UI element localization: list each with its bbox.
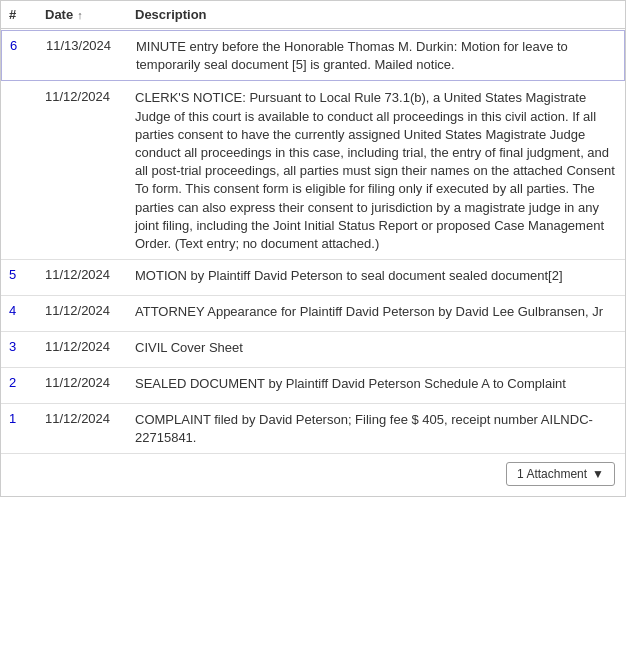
row-date: 11/12/2024 [45,88,135,104]
row-num: 6 [10,37,46,53]
table-row: 4 11/12/2024 ATTORNEY Appearance for Pla… [1,296,625,332]
col-date-label: Date [45,7,73,22]
attachment-button[interactable]: 1 Attachment ▼ [506,462,615,486]
col-header-date[interactable]: Date ↑ [45,7,135,22]
row-num: 2 [9,374,45,390]
attachment-label: 1 Attachment [517,467,587,481]
row-date: 11/12/2024 [45,374,135,390]
row-desc: COMPLAINT filed by David Peterson; Filin… [135,410,617,447]
row-date: 11/12/2024 [45,338,135,354]
col-header-num: # [9,7,45,22]
col-header-desc: Description [135,7,617,22]
row-num: 4 [9,302,45,318]
table-row: 2 11/12/2024 SEALED DOCUMENT by Plaintif… [1,368,625,404]
row-num: 1 [9,410,45,426]
docket-table: # Date ↑ Description 6 11/13/2024 MINUTE… [0,0,626,497]
row-date: 11/13/2024 [46,37,136,53]
attachment-dropdown-icon: ▼ [592,467,604,481]
row-desc: MINUTE entry before the Honorable Thomas… [136,37,616,74]
row-desc: CIVIL Cover Sheet [135,338,617,357]
table-row: 1 11/12/2024 COMPLAINT filed by David Pe… [1,404,625,454]
row-date: 11/12/2024 [45,266,135,282]
row-desc: ATTORNEY Appearance for Plaintiff David … [135,302,617,321]
col-desc-label: Description [135,7,207,22]
row-date: 11/12/2024 [45,410,135,426]
table-row: 5 11/12/2024 MOTION by Plaintiff David P… [1,260,625,296]
table-row: 11/12/2024 CLERK'S NOTICE: Pursuant to L… [1,82,625,260]
table-header: # Date ↑ Description [1,1,625,29]
row-num: 5 [9,266,45,282]
row-date: 11/12/2024 [45,302,135,318]
row-num [9,88,45,89]
attachment-row: 1 Attachment ▼ [1,454,625,496]
row-desc: MOTION by Plaintiff David Peterson to se… [135,266,617,285]
table-row: 6 11/13/2024 MINUTE entry before the Hon… [1,30,625,81]
row-desc: SEALED DOCUMENT by Plaintiff David Peter… [135,374,617,393]
table-row: 3 11/12/2024 CIVIL Cover Sheet [1,332,625,368]
col-num-label: # [9,7,16,22]
row-desc: CLERK'S NOTICE: Pursuant to Local Rule 7… [135,88,617,253]
row-num: 3 [9,338,45,354]
sort-icon: ↑ [77,9,83,21]
